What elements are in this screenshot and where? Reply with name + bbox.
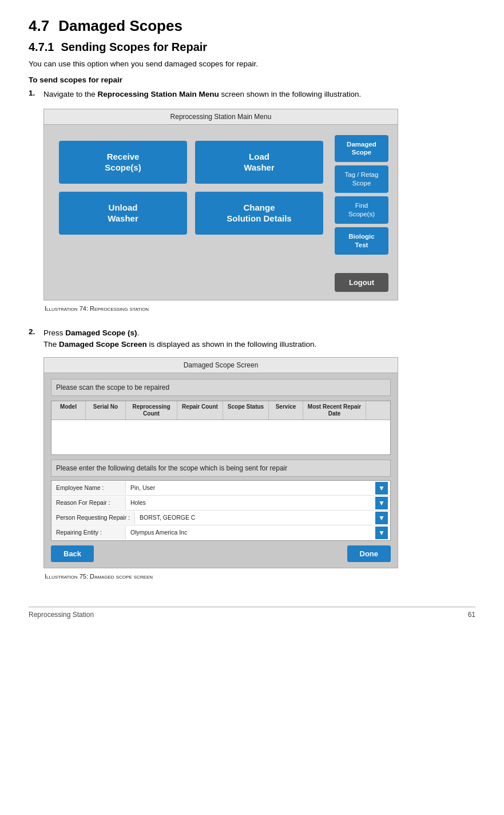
logout-button[interactable]: Logout	[335, 273, 388, 292]
step2-text-before: Press	[43, 329, 65, 337]
illustration-75: Damaged Scope Screen Please scan the sco…	[43, 357, 398, 568]
biologic-test-button[interactable]: BiologicTest	[335, 227, 388, 255]
step1-text-before: Navigate to the	[43, 90, 98, 98]
col-reprocessing: Reprocessing Count	[126, 401, 177, 420]
employee-value: Pin, User	[126, 481, 375, 495]
step1-bold: Reprocessing Station Main Menu	[98, 90, 219, 98]
table-header-row: Model Serial No Reprocessing Count Repai…	[51, 401, 390, 420]
step-2: 2. Press Damaged Scope (s). The Damaged …	[29, 327, 475, 590]
load-washer-button[interactable]: LoadWasher	[195, 141, 323, 184]
scope-table: Model Serial No Reprocessing Count Repai…	[51, 401, 391, 455]
section-title-text: Sending Scopes for Repair	[61, 41, 207, 54]
procedure-label: To send scopes for repair	[29, 76, 475, 84]
entity-dropdown[interactable]: ▼	[375, 527, 388, 539]
spacer	[335, 258, 388, 270]
change-solution-button[interactable]: ChangeSolution Details	[195, 192, 323, 235]
table-body	[51, 420, 390, 454]
section-num: 4.7.1	[29, 41, 54, 54]
step2-bold: Damaged Scope (s)	[65, 329, 137, 337]
tag-retag-button[interactable]: Tag / RetagScope	[335, 165, 388, 193]
col-scope-status: Scope Status	[223, 401, 269, 420]
unload-washer-button[interactable]: UnloadWasher	[59, 192, 187, 235]
main-button-grid: ReceiveScope(s) LoadWasher UnloadWasher …	[53, 135, 329, 240]
steps-list: 1. Navigate to the Reprocessing Station …	[29, 89, 475, 589]
back-button[interactable]: Back	[51, 545, 94, 562]
reason-label: Reason For Repair :	[51, 496, 126, 510]
step2-content: Press Damaged Scope (s). The Damaged Sco…	[43, 327, 475, 590]
step1-content: Navigate to the Reprocessing Station Mai…	[43, 89, 475, 321]
section-heading: 4.7.1 Sending Scopes for Repair	[29, 41, 475, 54]
illustration-74-title: Reprocessing Station Main Menu	[44, 109, 398, 125]
footer-right: 61	[468, 611, 475, 619]
requesting-label: Person Requesting Repair :	[51, 511, 135, 525]
damaged-scope-button[interactable]: DamagedScope	[335, 135, 388, 163]
col-serial: Serial No	[86, 401, 126, 420]
chapter-num: 4.7	[29, 17, 49, 35]
scope-details-form: Employee Name : Pin, User ▼ Reason For R…	[51, 480, 391, 541]
illustration-75-title: Damaged Scope Screen	[44, 358, 398, 373]
form-row-employee: Employee Name : Pin, User ▼	[51, 481, 390, 496]
footer-left: Reprocessing Station	[29, 611, 94, 619]
requesting-value: BORST, GEORGE C	[135, 511, 375, 525]
entity-value: Olympus America Inc	[126, 526, 375, 540]
col-model: Model	[51, 401, 86, 420]
reason-dropdown[interactable]: ▼	[375, 497, 388, 509]
col-repair-count: Repair Count	[177, 401, 223, 420]
chapter-heading: 4.7 Damaged Scopes	[29, 17, 475, 35]
illustration-74-body: ReceiveScope(s) LoadWasher UnloadWasher …	[44, 125, 398, 300]
col-repair-date: Most Recent Repair Date	[303, 401, 366, 420]
page-footer: Reprocessing Station 61	[29, 607, 475, 619]
step1-text-after: screen shown in the following illustrati…	[219, 90, 361, 98]
receive-scopes-button[interactable]: ReceiveScope(s)	[59, 141, 187, 184]
enter-details-bar: Please enter the following details for t…	[51, 460, 391, 477]
step2-follow-text: The	[43, 340, 59, 349]
illustration-74: Reprocessing Station Main Menu ReceiveSc…	[43, 109, 398, 301]
step2-follow-bold: Damaged Scope Screen	[59, 340, 147, 349]
step2-text-after: .	[137, 329, 140, 337]
reason-value: Holes	[126, 496, 375, 510]
intro-text: You can use this option when you send da…	[29, 58, 475, 70]
col-service: Service	[269, 401, 303, 420]
employee-dropdown[interactable]: ▼	[375, 482, 388, 494]
illustration-75-caption-text: Illustration 75: Damaged scope screen	[45, 573, 153, 580]
form-row-requesting: Person Requesting Repair : BORST, GEORGE…	[51, 511, 390, 525]
find-scopes-button[interactable]: FindScope(s)	[335, 196, 388, 224]
step1-num: 1.	[29, 89, 39, 97]
step2-follow-text2: is displayed as shown in the following i…	[147, 340, 316, 349]
illustration-74-caption: Illustration 74: Reprocessing station	[45, 304, 475, 314]
step-1: 1. Navigate to the Reprocessing Station …	[29, 89, 475, 321]
done-button[interactable]: Done	[347, 545, 391, 562]
entity-label: Repairing Entity :	[51, 526, 126, 540]
illustration-75-body: Please scan the scope to be repaired Mod…	[44, 373, 398, 568]
form-row-reason: Reason For Repair : Holes ▼	[51, 496, 390, 511]
bottom-buttons: Back Done	[51, 545, 391, 562]
employee-label: Employee Name :	[51, 481, 126, 495]
illustration-74-caption-text: Illustration 74: Reprocessing station	[45, 305, 149, 312]
requesting-dropdown[interactable]: ▼	[375, 512, 388, 524]
illustration-75-caption: Illustration 75: Damaged scope screen	[45, 572, 475, 581]
step2-num: 2.	[29, 327, 39, 336]
form-row-entity: Repairing Entity : Olympus America Inc ▼	[51, 525, 390, 540]
right-buttons-col: DamagedScope Tag / RetagScope FindScope(…	[335, 135, 388, 292]
chapter-title-text: Damaged Scopes	[58, 17, 182, 35]
scan-bar: Please scan the scope to be repaired	[51, 379, 391, 396]
